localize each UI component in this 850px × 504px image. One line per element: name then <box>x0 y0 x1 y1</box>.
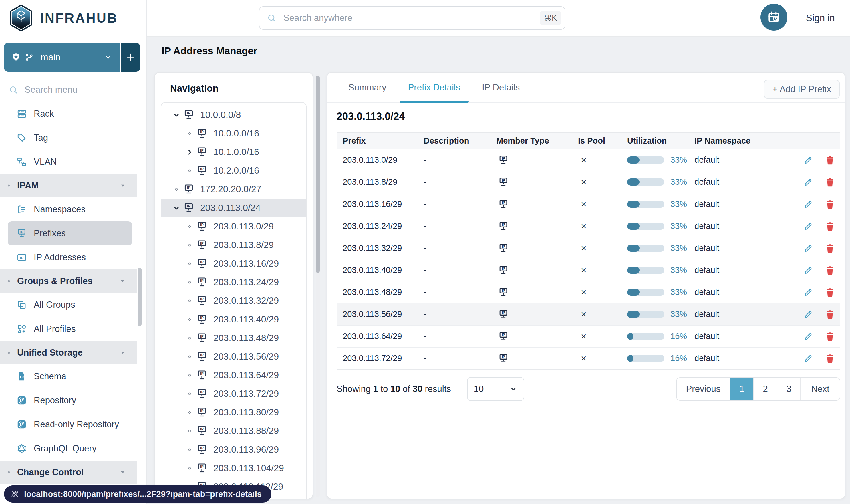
tab-summary[interactable]: Summary <box>338 73 397 102</box>
utilization-value: 16% <box>670 354 687 363</box>
global-search[interactable]: ⌘K <box>259 6 565 30</box>
app-logo[interactable]: INFRAHUB <box>0 0 146 32</box>
tree-item-203-0-113-80-29[interactable]: IP203.0.113.80/29 <box>161 403 306 421</box>
sidebar-divider <box>0 101 146 101</box>
sidebar-section-change-control[interactable]: Change Control <box>0 461 137 484</box>
cell-description: - <box>423 177 496 187</box>
tree-item-10-1-0-0-16[interactable]: IP10.1.0.0/16 <box>161 143 306 161</box>
svg-text:IP: IP <box>502 157 505 160</box>
table-row[interactable]: 203.0.113.24/29-IP×33%default <box>337 215 840 237</box>
pagination-next-button[interactable]: Next <box>800 378 840 400</box>
tree-item-203-0-113-96-29[interactable]: IP203.0.113.96/29 <box>161 440 306 459</box>
tree-item-10-2-0-0-16[interactable]: IP10.2.0.0/16 <box>161 161 306 180</box>
table-row[interactable]: 203.0.113.56/29-IP×33%default <box>337 304 840 325</box>
tree-item-203-0-113-56-29[interactable]: IP203.0.113.56/29 <box>161 347 306 366</box>
table-row[interactable]: 203.0.113.40/29-IP×33%default <box>337 259 840 282</box>
tree-item-172-20-20-0-27[interactable]: IP172.20.20.0/27 <box>161 180 306 199</box>
sidebar-item-schema[interactable]: Schema <box>0 364 137 389</box>
delete-trash-icon[interactable] <box>825 155 835 165</box>
pagination-page-3[interactable]: 3 <box>777 378 800 400</box>
tree-item-10-0-0-0-8[interactable]: IP10.0.0.0/8 <box>161 106 306 124</box>
table-row[interactable]: 203.0.113.72/29-IP×16%default <box>337 347 840 369</box>
leaf-dot-icon <box>183 222 196 231</box>
tree-item-203-0-113-8-29[interactable]: IP203.0.113.8/29 <box>161 236 306 254</box>
edit-pencil-icon[interactable] <box>803 287 813 298</box>
sidebar-item-prefixes[interactable]: IPPrefixes <box>8 221 132 246</box>
delete-trash-icon[interactable] <box>825 177 835 187</box>
sidebar-search-input[interactable] <box>24 84 145 95</box>
sign-in-link[interactable]: Sign in <box>806 13 835 23</box>
sidebar-item-repository[interactable]: Repository <box>0 389 137 412</box>
tree-item-203-0-113-16-29[interactable]: IP203.0.113.16/29 <box>161 254 306 273</box>
delete-trash-icon[interactable] <box>825 353 835 363</box>
edit-pencil-icon[interactable] <box>803 353 813 363</box>
sidebar-section-groups-profiles[interactable]: Groups & Profiles <box>0 269 137 293</box>
delete-trash-icon[interactable] <box>825 221 835 231</box>
sidebar-item-ip-addresses[interactable]: IPIP Addresses <box>0 246 137 269</box>
edit-pencil-icon[interactable] <box>803 265 813 275</box>
edit-pencil-icon[interactable] <box>803 221 813 231</box>
tab-ip-details[interactable]: IP Details <box>471 73 530 102</box>
edit-pencil-icon[interactable] <box>803 199 813 210</box>
table-row[interactable]: 203.0.113.64/29-IP×16%default <box>337 325 840 347</box>
edit-pencil-icon[interactable] <box>803 243 813 253</box>
delete-trash-icon[interactable] <box>825 199 835 210</box>
pagination-page-1[interactable]: 1 <box>730 378 753 400</box>
tree-item-203-0-113-72-29[interactable]: IP203.0.113.72/29 <box>161 384 306 403</box>
sidebar-item-tag[interactable]: Tag <box>0 126 137 150</box>
schedule-avatar-button[interactable] <box>760 4 788 31</box>
tree-item-203-0-113-24-29[interactable]: IP203.0.113.24/29 <box>161 273 306 291</box>
sidebar-item-all-profiles[interactable]: All Profiles <box>0 317 137 341</box>
add-ip-prefix-button[interactable]: + Add IP Prefix <box>764 80 840 99</box>
tree-item-203-0-113-0-29[interactable]: IP203.0.113.0/29 <box>161 217 306 236</box>
tree-item-203-0-113-48-29[interactable]: IP203.0.113.48/29 <box>161 329 306 347</box>
edit-pencil-icon[interactable] <box>803 331 813 342</box>
sidebar-item-read-only-repository[interactable]: Read-only Repository <box>0 412 137 436</box>
prefix-sign-icon: IP <box>196 258 207 269</box>
page-size-select[interactable]: 10 <box>467 377 524 401</box>
sidebar-scrollbar-thumb[interactable] <box>138 268 142 326</box>
sidebar-item-rack[interactable]: Rack <box>0 102 137 126</box>
tab-prefix-details[interactable]: Prefix Details <box>397 73 471 102</box>
branch-selector[interactable]: main <box>4 43 120 72</box>
delete-trash-icon[interactable] <box>825 243 835 253</box>
pagination-page-2[interactable]: 2 <box>753 378 777 400</box>
table-row[interactable]: 203.0.113.16/29-IP×33%default <box>337 193 840 215</box>
edit-pencil-icon[interactable] <box>803 155 813 165</box>
cell-utilization: 33% <box>627 199 694 209</box>
prefix-sign-icon: IP <box>196 239 207 251</box>
edit-pencil-icon[interactable] <box>803 309 813 320</box>
delete-trash-icon[interactable] <box>825 331 835 342</box>
sidebar-section-unified-storage[interactable]: Unified Storage <box>0 341 137 364</box>
edit-pencil-icon[interactable] <box>803 177 813 187</box>
table-row[interactable]: 203.0.113.32/29-IP×33%default <box>337 237 840 259</box>
tree-item-10-0-0-0-16[interactable]: IP10.0.0.0/16 <box>161 124 306 143</box>
global-search-input[interactable] <box>283 13 534 23</box>
tree-item-203-0-113-0-24[interactable]: IP203.0.113.0/24 <box>161 199 306 217</box>
table-row[interactable]: 203.0.113.8/29-IP×33%default <box>337 171 840 193</box>
tree-item-203-0-113-40-29[interactable]: IP203.0.113.40/29 <box>161 310 306 329</box>
chevron-right-icon[interactable] <box>183 148 196 157</box>
sidebar-item-all-groups[interactable]: All Groups <box>0 293 137 317</box>
cell-member-type: IP <box>496 287 578 298</box>
tree-item-203-0-113-104-29[interactable]: IP203.0.113.104/29 <box>161 459 306 478</box>
tree-item-203-0-113-32-29[interactable]: IP203.0.113.32/29 <box>161 291 306 310</box>
tree-item-203-0-113-88-29[interactable]: IP203.0.113.88/29 <box>161 421 306 440</box>
tree-item-203-0-113-64-29[interactable]: IP203.0.113.64/29 <box>161 366 306 384</box>
navigation-scrollbar[interactable] <box>316 74 320 497</box>
table-row[interactable]: 203.0.113.0/29-IP×33%default <box>337 149 840 171</box>
table-row[interactable]: 203.0.113.48/29-IP×33%default <box>337 282 840 304</box>
sidebar-section-ipam[interactable]: IPAM <box>0 174 137 197</box>
sidebar-item-namespaces[interactable]: Namespaces <box>0 197 137 221</box>
add-branch-button[interactable] <box>121 43 140 72</box>
pagination-previous-button[interactable]: Previous <box>677 378 730 400</box>
delete-trash-icon[interactable] <box>825 287 835 298</box>
chevron-down-icon[interactable] <box>170 110 183 120</box>
delete-trash-icon[interactable] <box>825 309 835 320</box>
sidebar-item-vlan[interactable]: VLAN <box>0 150 137 174</box>
sidebar-item-graphql-query[interactable]: GraphQL Query <box>0 436 137 461</box>
delete-trash-icon[interactable] <box>825 265 835 275</box>
sidebar-search[interactable] <box>0 81 145 98</box>
navigation-scrollbar-thumb[interactable] <box>316 75 320 273</box>
chevron-down-icon[interactable] <box>170 203 183 213</box>
